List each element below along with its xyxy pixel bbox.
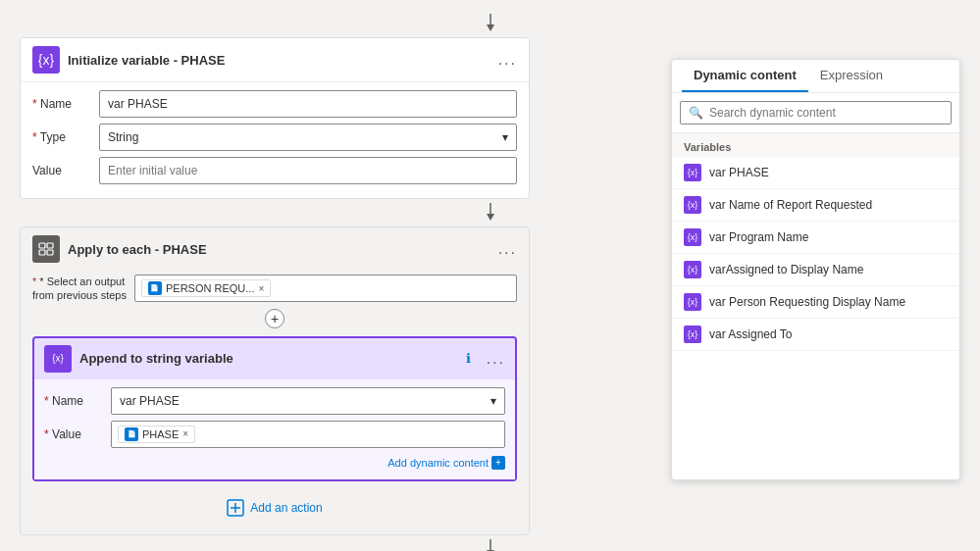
search-input[interactable] [709,106,943,120]
variables-section-title: Variables [672,133,959,157]
type-label: Type [32,130,91,144]
value-label: Value [32,164,91,177]
dynamic-content-panel: Dynamic content Expression 🔍 Variables {… [671,59,960,480]
initialize-variable-card: {x} Initialize variable - PHASE ... Name… [20,37,530,199]
append-string-menu[interactable]: ... [487,350,505,368]
search-box: 🔍 [680,101,952,125]
append-value-field[interactable]: 📄 PHASE × [111,421,505,448]
phase-token-close[interactable]: × [182,428,188,439]
var-program-name-label: var Program Name [709,230,808,244]
apply-each-card: Apply to each - PHASE ... * Select an ou… [20,226,530,535]
append-string-header: {x} Append to string variable ℹ ... [34,338,515,379]
dynamic-items-list: Variables {x} var PHASE {x} var Name of … [672,133,959,479]
var-person-requesting-label: var Person Requesting Display Name [709,295,905,309]
append-string-icon: {x} [44,345,72,373]
var-phase-icon: {x} [684,164,701,181]
append-string-card: {x} Append to string variable ℹ ... Name… [32,336,517,481]
name-input[interactable] [99,90,517,118]
svg-rect-4 [39,243,45,248]
type-select[interactable]: String ▾ [99,124,517,151]
var-assigned-display-label: varAssigned to Display Name [709,263,863,276]
select-output-label: * Select an outputfrom previous steps [32,275,127,303]
add-dynamic-icon: + [491,456,505,470]
list-item[interactable]: {x} var Assigned To [672,319,959,351]
add-action-icon [227,499,244,517]
var-phase-label: var PHASE [709,166,769,179]
top-connector [20,14,960,33]
var-program-name-icon: {x} [684,228,701,246]
add-action-label: Add an action [250,501,322,515]
phase-token-icon: 📄 [125,427,138,441]
append-string-title: Append to string variable [79,351,458,366]
token-icon: 📄 [148,281,162,295]
add-dynamic-label: Add dynamic content [387,457,489,469]
select-output-row: * Select an outputfrom previous steps 📄 … [32,275,517,303]
name-label: Name [32,97,91,111]
add-plus-button[interactable]: + [265,309,284,328]
list-item[interactable]: {x} varAssigned to Display Name [672,254,959,286]
panel-search-area: 🔍 [672,93,959,133]
tab-expression[interactable]: Expression [808,60,895,92]
apply-each-body: * Select an outputfrom previous steps 📄 … [21,271,529,534]
person-requ-token: 📄 PERSON REQU... × [141,279,271,297]
value-input[interactable] [99,157,517,184]
svg-rect-5 [47,243,53,248]
select-output-field[interactable]: 📄 PERSON REQU... × [134,275,517,302]
panel-tabs: Dynamic content Expression [672,60,959,93]
info-icon: ℹ [466,351,471,366]
value-field-row: Value [32,157,517,184]
apply-each-menu[interactable]: ... [498,240,517,258]
svg-rect-7 [47,250,53,255]
append-name-label: Name [44,394,103,408]
append-name-row: Name var PHASE ▾ [44,387,505,415]
append-name-select[interactable]: var PHASE ▾ [111,387,505,415]
initialize-variable-title: Initialize variable - PHASE [68,53,490,68]
list-item[interactable]: {x} var Name of Report Requested [672,189,959,222]
svg-marker-1 [487,25,494,31]
svg-marker-3 [487,214,494,221]
phase-token: 📄 PHASE × [118,426,195,443]
type-field-row: Type String ▾ [32,124,517,151]
append-string-body: Name var PHASE ▾ Value 📄 PHASE × [34,379,515,479]
append-value-row: Value 📄 PHASE × [44,421,505,448]
append-value-label: Value [44,427,103,441]
var-assigned-to-icon: {x} [684,326,701,343]
add-dynamic-content-link[interactable]: Add dynamic content + [44,454,505,472]
append-chevron-icon: ▾ [490,394,496,408]
initialize-variable-menu[interactable]: ... [498,51,517,69]
list-item[interactable]: {x} var Person Requesting Display Name [672,286,959,319]
type-select-value: String [108,130,138,144]
apply-each-title: Apply to each - PHASE [68,242,490,257]
apply-each-icon [32,235,60,263]
var-name-report-icon: {x} [684,196,701,214]
token-close-button[interactable]: × [258,283,264,294]
phase-token-label: PHASE [142,428,179,440]
initialize-variable-header: {x} Initialize variable - PHASE ... [21,38,529,82]
token-label: PERSON REQU... [166,282,254,294]
tab-dynamic-content[interactable]: Dynamic content [682,60,808,92]
initialize-variable-body: Name Type String ▾ Value [21,82,529,198]
name-field-row: Name [32,90,517,118]
append-name-value: var PHASE [120,394,180,408]
list-item[interactable]: {x} var Program Name [672,222,959,254]
chevron-down-icon: ▾ [502,130,508,144]
initialize-variable-icon: {x} [32,46,60,74]
search-icon: 🔍 [689,106,703,120]
var-assigned-to-label: var Assigned To [709,327,793,341]
var-assigned-display-icon: {x} [684,261,701,278]
list-item[interactable]: {x} var PHASE [672,157,959,189]
svg-rect-6 [39,250,45,255]
connector-3 [20,539,960,551]
var-person-requesting-icon: {x} [684,293,701,311]
var-name-report-label: var Name of Report Requested [709,198,872,212]
add-action-button[interactable]: Add an action [32,489,517,526]
apply-each-header: Apply to each - PHASE ... [21,227,529,271]
